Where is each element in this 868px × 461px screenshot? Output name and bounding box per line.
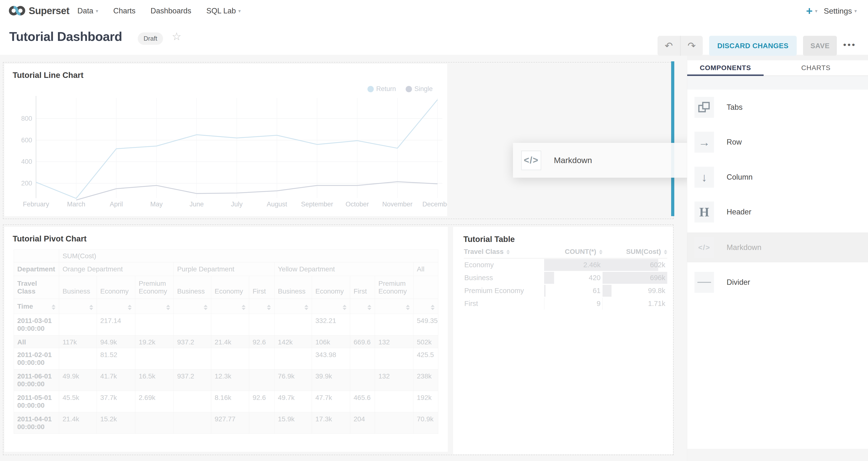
save-button[interactable]: SAVE [803, 36, 837, 56]
nav-item-label: Charts [114, 7, 135, 16]
tab-components[interactable]: COMPONENTS [687, 60, 764, 75]
sort-icon[interactable] [89, 305, 93, 310]
builder-sidebar: COMPONENTSCHARTS Tabs→Row↓ColumnHHeader<… [687, 60, 868, 461]
dragged-markdown-component[interactable]: </> Markdown [513, 143, 695, 178]
svg-text:February: February [23, 201, 50, 208]
svg-text:800: 800 [21, 115, 32, 122]
chevron-down-icon: ▾ [855, 8, 857, 14]
sort-icon [599, 250, 602, 254]
tutorial-pivot-chart-card[interactable]: Tutorial Pivot Chart SUM(Cost)Department… [4, 227, 448, 452]
sort-icon[interactable] [52, 305, 56, 310]
column-header-sum-cost[interactable]: SUM(Cost) [602, 248, 667, 255]
chevron-down-icon: ▾ [238, 8, 241, 14]
sidebar-item-label: Divider [726, 278, 750, 287]
sidebar-item-column[interactable]: ↓Column [687, 162, 868, 192]
pivot-time-row: Time [14, 299, 438, 314]
sort-icon[interactable] [128, 305, 132, 310]
more-options-icon[interactable]: ••• [843, 40, 856, 52]
column-arrow-icon: ↓ [694, 167, 714, 188]
superset-logo[interactable]: Superset [9, 3, 69, 19]
nav-item-label: Dashboards [151, 7, 191, 16]
column-header-count[interactable]: COUNT(*) [544, 248, 602, 255]
sidebar-footer [687, 449, 868, 461]
tutorial-table-card[interactable]: Tutorial Table Travel ClassCOUNT(*)SUM(C… [453, 227, 673, 454]
dashboard-title[interactable]: Tutorial Dashboard [9, 29, 122, 44]
table-header-row: Travel ClassCOUNT(*)SUM(Cost) [464, 245, 667, 258]
dashboard-header: Tutorial Dashboard Draft ☆ ↶ ↷ DISCARD C… [0, 22, 868, 55]
sidebar-item-label: Row [726, 138, 742, 147]
table-row: First91.71k [464, 297, 667, 310]
sidebar-item-divider[interactable]: Divider [687, 268, 868, 297]
svg-text:200: 200 [21, 180, 32, 187]
nav-item-label: SQL Lab [206, 7, 236, 16]
sidebar-item-tabs[interactable]: Tabs [687, 93, 868, 122]
pivot-metric-row: SUM(Cost) [14, 250, 438, 263]
discard-changes-button[interactable]: DISCARD CHANGES [709, 36, 797, 56]
plus-icon: + [806, 5, 812, 17]
chevron-down-icon: ▾ [815, 8, 817, 14]
sidebar-item-header[interactable]: HHeader [687, 197, 868, 226]
header-h-icon: H [694, 202, 714, 222]
svg-text:July: July [231, 201, 243, 208]
pivot-data-row: 2011-05-01 00:00:0045.5k37.7k2.69k8.16k9… [14, 391, 438, 412]
sort-icon[interactable] [367, 305, 371, 310]
chart-title[interactable]: Tutorial Table [463, 235, 515, 244]
svg-text:August: August [267, 201, 287, 208]
svg-text:November: November [382, 201, 413, 208]
drop-target-indicator [671, 61, 674, 216]
pivot-department-row: DepartmentOrange DepartmentPurple Depart… [14, 263, 438, 276]
sort-icon[interactable] [204, 305, 208, 310]
chart-title[interactable]: Tutorial Pivot Chart [13, 234, 87, 243]
nav-item-sql-lab[interactable]: SQL Lab▾ [206, 7, 241, 16]
dashboard-canvas: Tutorial Line Chart ReturnSingle 2004006… [0, 55, 687, 461]
nav-menu: Data▾ChartsDashboardsSQL Lab▾ [78, 0, 241, 22]
sort-icon[interactable] [242, 305, 246, 310]
tab-charts[interactable]: CHARTS [764, 60, 868, 75]
sort-icon[interactable] [304, 305, 308, 310]
superset-dashboard-edit-page: Superset Data▾ChartsDashboardsSQL Lab▾ +… [0, 0, 868, 461]
pivot-data-row: All117k94.9k19.2k937.221.4k92.6142k106k6… [14, 335, 438, 348]
pivot-data-row: 2011-04-01 00:00:0021.4k15.2k927.7715.9k… [14, 412, 438, 434]
redo-button[interactable]: ↷ [680, 36, 703, 56]
row-arrow-icon: → [694, 132, 714, 153]
tabs-icon [694, 97, 714, 118]
nav-item-dashboards[interactable]: Dashboards [151, 7, 191, 16]
table-row: Premium Economy6199.8k [464, 284, 667, 297]
pivot-data-row: 2011-06-01 00:00:0049.9k41.7k16.5k937.21… [14, 369, 438, 391]
data-table: Travel ClassCOUNT(*)SUM(Cost)Economy2.46… [464, 245, 667, 310]
pivot-data-row: 2011-03-01 00:00:00217.14332.21549.35 [14, 314, 438, 335]
infinity-logo-icon [9, 3, 25, 19]
svg-text:March: March [67, 201, 85, 208]
sort-icon[interactable] [406, 305, 410, 310]
table-row: Economy2.46k602k [464, 258, 667, 271]
sort-icon[interactable] [267, 305, 271, 310]
svg-text:June: June [190, 201, 204, 208]
sort-icon[interactable] [343, 305, 346, 310]
sort-icon[interactable] [166, 305, 170, 310]
svg-text:May: May [150, 201, 163, 208]
header-actions: ↶ ↷ DISCARD CHANGES SAVE ••• [657, 36, 856, 56]
divider-line-icon [694, 272, 714, 293]
column-header-travel-class[interactable]: Travel Class [464, 248, 544, 255]
nav-item-data[interactable]: Data▾ [78, 7, 98, 16]
sort-icon [664, 250, 667, 254]
nav-item-charts[interactable]: Charts [114, 7, 135, 16]
new-item-button[interactable]: + ▾ [806, 5, 817, 17]
sort-icon[interactable] [431, 305, 435, 310]
pivot-table-grid: SUM(Cost)DepartmentOrange DepartmentPurp… [13, 249, 438, 434]
sidebar-item-label: Header [726, 208, 751, 216]
chevron-down-icon: ▾ [96, 8, 98, 14]
sidebar-item-markdown[interactable]: </>Markdown [687, 233, 868, 263]
undo-button[interactable]: ↶ [657, 36, 680, 56]
sidebar-band [687, 76, 868, 90]
brand-name: Superset [29, 5, 69, 16]
sidebar-item-label: Column [726, 173, 753, 182]
pivot-data-row: 2011-02-01 00:00:0081.52343.98425.5 [14, 348, 438, 369]
settings-menu[interactable]: Settings ▾ [824, 7, 857, 16]
nav-right-actions: + ▾ Settings ▾ [806, 0, 857, 22]
favorite-star-icon[interactable]: ☆ [172, 30, 181, 42]
sidebar-item-row[interactable]: →Row [687, 127, 868, 157]
tutorial-line-chart-card[interactable]: Tutorial Line Chart ReturnSingle 2004006… [4, 64, 447, 216]
pivot-travel-class-row: Travel ClassBusinessEconomyPremium Econo… [14, 276, 438, 299]
top-navbar: Superset Data▾ChartsDashboardsSQL Lab▾ +… [0, 0, 868, 22]
